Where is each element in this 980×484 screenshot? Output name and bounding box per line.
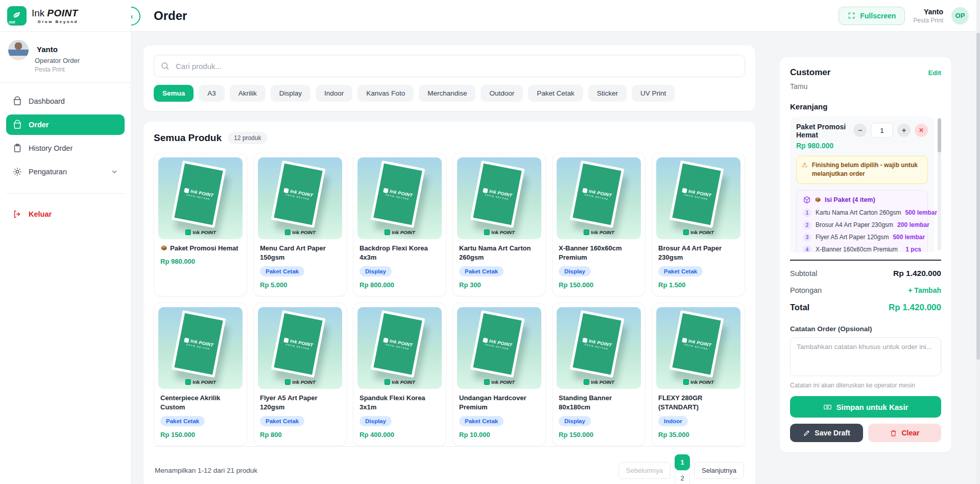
quantity-decrease-button[interactable]: − bbox=[853, 124, 867, 137]
product-sheet-graphic: Ink POINT GROW BEYOND bbox=[669, 310, 724, 378]
pagination-page-button[interactable]: 1 bbox=[675, 454, 690, 470]
sidebar: INK InkPOINT Grow Beyond Yanto Operator … bbox=[0, 0, 131, 484]
total-value: Rp 1.420.000 bbox=[889, 303, 941, 313]
category-chip[interactable]: Akrilik bbox=[230, 85, 266, 102]
product-name: Kartu Nama Art Carton 260gsm bbox=[459, 244, 539, 262]
category-chip[interactable]: Semua bbox=[154, 85, 194, 102]
product-card[interactable]: Ink POINT GROW BEYOND Ink POINT FLEXY 28… bbox=[652, 303, 745, 446]
package-box-icon bbox=[815, 196, 821, 203]
search-filter-card: Semua A3 Akrilik Display Indoor Kanvas F… bbox=[144, 45, 755, 111]
package-item-row: 4 X-Banner 160x60cm Premium 1 pcs bbox=[803, 245, 921, 252]
category-chip[interactable]: Outdoor bbox=[481, 85, 523, 102]
product-name: Brosur A4 Art Paper 230gsm bbox=[658, 244, 738, 262]
product-image: Ink POINT GROW BEYOND Ink POINT bbox=[557, 157, 641, 239]
order-notes-textarea[interactable] bbox=[790, 337, 941, 376]
product-card[interactable]: Ink POINT GROW BEYOND Ink POINT Undangan… bbox=[452, 303, 546, 446]
product-card[interactable]: Ink POINT GROW BEYOND Ink POINT Backdrop… bbox=[353, 153, 446, 296]
product-card[interactable]: Ink POINT GROW BEYOND Ink POINT Centerpi… bbox=[154, 303, 247, 446]
quantity-input[interactable] bbox=[871, 123, 893, 138]
product-sheet-graphic: Ink POINT GROW BEYOND bbox=[370, 160, 425, 228]
fullscreen-icon bbox=[848, 12, 855, 19]
product-category-tag: Display bbox=[360, 416, 392, 426]
sidebar-item-pengaturan[interactable]: Pengaturan bbox=[6, 162, 125, 182]
sidebar-item-history-order[interactable]: History Order bbox=[6, 138, 125, 158]
product-category-tag: Paket Cetak bbox=[260, 266, 304, 276]
cube-icon bbox=[803, 196, 811, 204]
pagination-next-button[interactable]: Selanjutnya bbox=[694, 462, 744, 479]
fullscreen-button[interactable]: Fullscreen bbox=[839, 7, 905, 25]
sidebar-item-keluar[interactable]: Keluar bbox=[6, 204, 125, 224]
cart-item-name: Paket Promosi Hemat bbox=[796, 123, 853, 139]
pagination-prev-button[interactable]: Sebelumnya bbox=[618, 462, 671, 479]
product-name: X-Banner 160x60cm Premium bbox=[559, 244, 639, 262]
category-chip[interactable]: A3 bbox=[199, 85, 225, 102]
page-scrollbar[interactable] bbox=[976, 0, 980, 484]
product-image: Ink POINT GROW BEYOND Ink POINT bbox=[457, 157, 541, 239]
cart-title: Keranjang bbox=[790, 102, 941, 111]
category-chip[interactable]: Display bbox=[271, 85, 310, 102]
quantity-increase-button[interactable]: + bbox=[897, 124, 911, 137]
category-chip[interactable]: Indoor bbox=[316, 85, 352, 102]
product-category-tag: Paket Cetak bbox=[260, 416, 304, 426]
search-input[interactable] bbox=[154, 55, 745, 77]
user-name: Yanto bbox=[37, 44, 78, 55]
product-name: Paket Promosi Hemat bbox=[160, 244, 241, 253]
package-contents: Isi Paket (4 item) 1 Kartu Nama Art Cart… bbox=[796, 190, 928, 252]
product-price: Rp 980.000 bbox=[160, 258, 241, 265]
topbar-user-company: Pesta Print bbox=[913, 17, 943, 24]
package-title: Isi Paket (4 item) bbox=[825, 196, 875, 203]
package-item-row: 2 Brosur A4 Art Paper 230gsm 200 lembar bbox=[803, 221, 921, 229]
add-discount-link[interactable]: + Tambah bbox=[908, 286, 941, 294]
subtotal-value: Rp 1.420.000 bbox=[893, 269, 941, 278]
main-content: Semua A3 Akrilik Display Indoor Kanvas F… bbox=[131, 32, 980, 484]
product-card[interactable]: Ink POINT GROW BEYOND Ink POINT X-Banner… bbox=[552, 153, 646, 296]
pagination-page-button[interactable]: 2 bbox=[675, 470, 690, 484]
sidebar-item-order[interactable]: Order bbox=[6, 114, 125, 135]
product-card[interactable]: Ink POINT GROW BEYOND Ink POINT Paket Pr… bbox=[154, 153, 247, 296]
category-chip[interactable]: Sticker bbox=[588, 85, 627, 102]
page-scrollbar-thumb[interactable] bbox=[976, 33, 980, 360]
category-chip[interactable]: Merchandise bbox=[419, 85, 475, 102]
save-for-cashier-button[interactable]: Simpan untuk Kasir bbox=[790, 396, 941, 418]
sidebar-item-dashboard[interactable]: Dashboard bbox=[6, 91, 125, 111]
brand-watermark: Ink POINT bbox=[284, 229, 315, 235]
discount-label: Potongan bbox=[790, 286, 822, 294]
brand-name: InkPOINT bbox=[32, 8, 78, 19]
product-card[interactable]: Ink POINT GROW BEYOND Ink POINT Menu Car… bbox=[253, 153, 347, 296]
product-category-tag: Paket Cetak bbox=[160, 416, 205, 426]
customer-edit-link[interactable]: Edit bbox=[928, 69, 942, 77]
product-card[interactable]: Ink POINT GROW BEYOND Ink POINT Flyer A5… bbox=[253, 303, 347, 446]
products-count-badge: 12 produk bbox=[228, 132, 267, 144]
user-profile: Yanto Operator Order Pesta Print bbox=[0, 32, 131, 83]
product-image: Ink POINT GROW BEYOND Ink POINT bbox=[357, 157, 442, 239]
avatar[interactable]: OP bbox=[951, 7, 969, 25]
product-sheet-graphic: Ink POINT GROW BEYOND bbox=[669, 160, 724, 228]
product-sheet-graphic: Ink POINT GROW BEYOND bbox=[271, 310, 325, 378]
cart-scroll-area[interactable]: Paket Promosi Hemat Rp 980.000 − + ✕ ⚠ F… bbox=[790, 117, 941, 252]
save-draft-button[interactable]: Save Draft bbox=[790, 424, 863, 442]
product-price: Rp 35.000 bbox=[658, 431, 738, 439]
order-notes-label: Catatan Order (Opsional) bbox=[790, 325, 941, 333]
category-chip[interactable]: Paket Cetak bbox=[528, 85, 583, 102]
remove-item-button[interactable]: ✕ bbox=[915, 124, 928, 137]
product-card[interactable]: Ink POINT GROW BEYOND Ink POINT Brosur A… bbox=[652, 153, 745, 296]
product-card[interactable]: Ink POINT GROW BEYOND Ink POINT Spanduk … bbox=[353, 303, 446, 446]
brand-watermark: Ink POINT bbox=[185, 379, 216, 385]
product-card[interactable]: Ink POINT GROW BEYOND Ink POINT Standing… bbox=[552, 303, 646, 446]
category-chip[interactable]: UV Print bbox=[632, 85, 675, 102]
gear-icon bbox=[12, 167, 22, 177]
clipboard-icon bbox=[12, 143, 22, 153]
product-category-tag: Indoor bbox=[658, 416, 688, 426]
category-chip[interactable]: Kanvas Foto bbox=[357, 85, 414, 102]
brand-watermark: Ink POINT bbox=[484, 379, 514, 385]
product-sheet-graphic: Ink POINT GROW BEYOND bbox=[470, 310, 524, 378]
products-card: Semua Produk 12 produk Ink POINT GROW BE… bbox=[144, 122, 755, 484]
clear-cart-button[interactable]: Clear bbox=[868, 424, 941, 442]
product-price: Rp 5.000 bbox=[260, 281, 340, 289]
product-sheet-graphic: Ink POINT GROW BEYOND bbox=[569, 160, 624, 228]
product-price: Rp 300 bbox=[459, 281, 539, 289]
product-card[interactable]: Ink POINT GROW BEYOND Ink POINT Kartu Na… bbox=[452, 153, 546, 296]
products-section-title: Semua Produk bbox=[154, 132, 222, 144]
cart-scrollbar-thumb[interactable] bbox=[938, 119, 941, 152]
product-price: Rp 150.000 bbox=[160, 431, 241, 439]
